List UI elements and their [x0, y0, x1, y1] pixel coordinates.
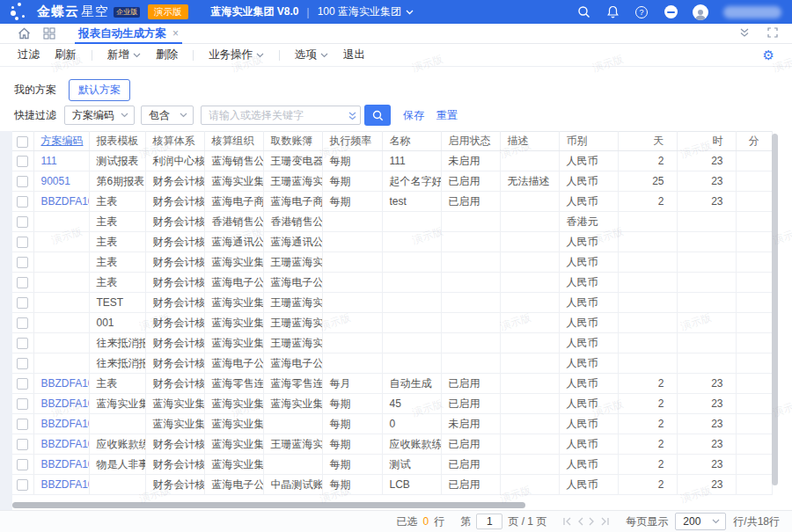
fullscreen-icon[interactable]: [767, 26, 778, 41]
search-icon[interactable]: [576, 5, 590, 19]
cell-day: [618, 252, 677, 273]
cell-org: 香港销售公司: [204, 212, 263, 232]
row-checkbox[interactable]: [17, 439, 28, 450]
chevron-down-icon: [256, 53, 264, 58]
plan-code-link[interactable]: BBZDFA1001: [41, 377, 90, 390]
row-checkbox[interactable]: [17, 479, 28, 491]
row-checkbox[interactable]: [17, 257, 28, 268]
cell-code: [33, 212, 89, 232]
plan-code-link[interactable]: BBZDFA1000: [41, 195, 90, 208]
column-header-template[interactable]: 报表模板: [89, 132, 145, 151]
cell-org: 蓝海电子公司: [204, 475, 263, 495]
toolbar-item[interactable]: 过滤: [18, 47, 40, 62]
brand-light: 星空: [81, 4, 109, 18]
table-row: BBZDFA1000主表财务会计核算...蓝海电子商务...蓝海电子商务...每…: [12, 192, 772, 212]
toolbar-item[interactable]: 退出: [343, 47, 365, 62]
row-checkbox[interactable]: [17, 419, 28, 430]
row-checkbox[interactable]: [17, 176, 28, 187]
org-selector[interactable]: 100 蓝海实业集团: [318, 4, 414, 19]
row-checkbox[interactable]: [17, 378, 28, 390]
column-header-name[interactable]: 名称: [382, 132, 441, 151]
default-plan-button[interactable]: 默认方案: [69, 79, 130, 101]
do-not-disturb-icon[interactable]: [664, 5, 678, 19]
cell-desc: [500, 192, 559, 212]
toolbar-item[interactable]: 业务操作: [209, 47, 264, 62]
prev-page-icon[interactable]: [577, 517, 583, 526]
next-page-icon[interactable]: [589, 517, 595, 526]
keyword-expand-icon[interactable]: [348, 109, 357, 125]
plan-code-link[interactable]: BBZDFA1004: [41, 418, 90, 430]
cell-currency: 香港元: [559, 212, 618, 232]
column-header-org[interactable]: 核算组织: [204, 132, 263, 151]
cell-book: [263, 414, 322, 434]
cell-status: [441, 232, 500, 252]
column-header-hour[interactable]: 时: [677, 132, 736, 151]
app-grid-icon[interactable]: [43, 27, 55, 40]
notification-bell-icon[interactable]: [605, 5, 620, 19]
column-header-day[interactable]: 天: [618, 132, 677, 151]
cell-code: [33, 252, 89, 273]
row-checkbox[interactable]: [17, 297, 28, 309]
column-header-currency[interactable]: 币别: [559, 132, 618, 151]
column-header-code[interactable]: 方案编码: [33, 132, 89, 151]
column-header-book[interactable]: 取数账簿: [263, 132, 322, 151]
tab-report-auto-generate[interactable]: 报表自动生成方案 ×: [75, 24, 182, 44]
help-icon[interactable]: ?: [634, 5, 649, 19]
plan-code-link[interactable]: BBZDFA1002: [41, 397, 90, 410]
tab-close-icon[interactable]: ×: [172, 27, 179, 40]
row-checkbox[interactable]: [17, 317, 28, 329]
cell-freq: [322, 252, 382, 273]
row-checkbox[interactable]: [17, 156, 28, 167]
horizontal-scrollbar[interactable]: [12, 502, 525, 508]
filter-field-select[interactable]: 方案编码: [64, 106, 135, 125]
cell-freq: 每期: [322, 414, 382, 434]
row-checkbox[interactable]: [17, 237, 28, 248]
column-header-system[interactable]: 核算体系: [145, 132, 204, 151]
reset-filter-link[interactable]: 重置: [436, 108, 458, 123]
cell-template: 主表: [89, 374, 145, 394]
cell-template: 往来抵消报表: [89, 333, 145, 353]
toolbar-item[interactable]: 选项: [295, 47, 328, 62]
toolbar-item[interactable]: 删除: [156, 47, 178, 62]
filter-operator-select[interactable]: 包含: [141, 106, 194, 125]
search-button[interactable]: [364, 105, 391, 126]
page-size-select[interactable]: 200: [675, 513, 726, 530]
last-page-icon[interactable]: [600, 517, 610, 526]
row-checkbox[interactable]: [17, 338, 28, 349]
row-checkbox[interactable]: [17, 459, 28, 470]
plan-code-link[interactable]: 111: [41, 155, 57, 167]
plan-code-link[interactable]: BBZDFA1005: [41, 438, 90, 450]
column-header-minute[interactable]: 分: [736, 132, 772, 151]
settings-gear-icon[interactable]: ⚙: [763, 48, 774, 62]
home-icon[interactable]: [18, 27, 31, 40]
cell-currency: 人民币: [559, 374, 618, 394]
row-checkbox[interactable]: [17, 277, 28, 288]
row-select-cell: [12, 353, 33, 374]
cell-desc: [500, 455, 559, 475]
first-page-icon[interactable]: [562, 517, 572, 526]
column-header-status[interactable]: 启用状态: [441, 132, 500, 151]
select-all-checkbox[interactable]: [17, 136, 28, 148]
column-header-freq[interactable]: 执行频率: [322, 132, 382, 151]
column-header-desc[interactable]: 描述: [500, 132, 559, 151]
page-number-input[interactable]: [476, 514, 502, 529]
chevron-down-icon: [121, 113, 128, 118]
cell-freq: 每期: [322, 394, 382, 414]
cell-day: [618, 353, 677, 374]
plan-code-link[interactable]: BBZDFA1006: [41, 458, 90, 470]
row-checkbox[interactable]: [17, 216, 28, 228]
user-avatar[interactable]: [693, 4, 708, 20]
vertical-scrollbar[interactable]: [772, 134, 778, 485]
plan-code-link[interactable]: BBZDFA1007: [41, 478, 90, 491]
cell-code: [33, 353, 89, 374]
toolbar-item[interactable]: 刷新: [55, 47, 77, 62]
tab-list-expand-icon[interactable]: [739, 26, 750, 41]
keyword-input[interactable]: [201, 106, 361, 125]
cell-currency: 人民币: [559, 455, 618, 475]
row-checkbox[interactable]: [17, 196, 28, 208]
save-filter-link[interactable]: 保存: [403, 108, 424, 123]
toolbar-item[interactable]: 新增: [107, 47, 141, 62]
row-checkbox[interactable]: [17, 398, 28, 410]
plan-code-link[interactable]: 90051: [41, 175, 70, 187]
row-checkbox[interactable]: [17, 358, 28, 369]
